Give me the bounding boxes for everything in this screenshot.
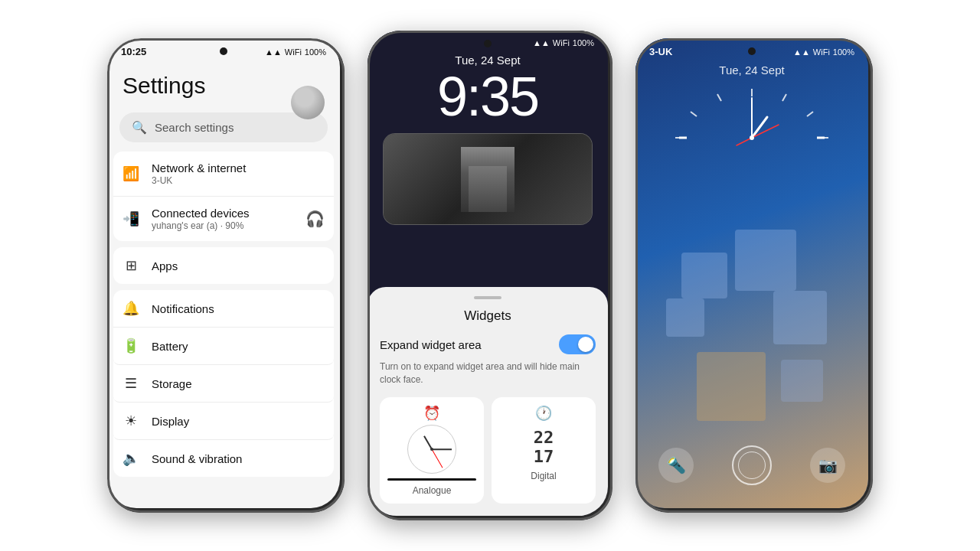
svg-point-13	[750, 135, 754, 140]
settings-item-network[interactable]: 📶 Network & internet 3-UK	[113, 152, 334, 197]
svg-line-2	[807, 112, 813, 116]
signal-icon: ▲▲	[265, 47, 282, 57]
settings-item-notifications[interactable]: 🔔 Notifications	[113, 290, 334, 328]
svg-line-12	[737, 138, 752, 145]
network-title: Network & internet	[152, 161, 325, 174]
svg-line-5	[691, 112, 697, 116]
widgets-sheet: Widgets Expand widget area Turn on to ex…	[368, 287, 608, 516]
lock3-carrier: 3-UK	[649, 46, 672, 57]
digital-clock-icon: 🕐	[499, 405, 588, 422]
lock-date: Tue, 24 Sept	[368, 54, 608, 67]
storage-icon: ☰	[122, 375, 139, 392]
settings-item-sound[interactable]: 🔈 Sound & vibration	[113, 440, 334, 477]
settings-item-connected-devices[interactable]: 📲 Connected devices yuhang's ear (a) · 9…	[113, 197, 334, 241]
earbuds-icon: 🎧	[305, 210, 325, 228]
photo-widget-content	[384, 134, 592, 224]
analogue-clock-preview	[407, 425, 456, 474]
storage-title: Storage	[152, 377, 325, 390]
sheet-title: Widgets	[380, 308, 596, 324]
wifi-icon: 📶	[122, 165, 139, 182]
square-6	[781, 360, 823, 402]
front-camera-3	[748, 47, 756, 55]
misc-group: 🔔 Notifications 🔋 Battery ☰ Storage	[113, 290, 334, 477]
svg-line-1	[782, 94, 786, 101]
phone-lockscreen-clock: 3-UK ▲▲ WiFi 100% Tue, 24 Sept	[635, 38, 873, 513]
settings-item-display[interactable]: ☀ Display	[113, 403, 334, 440]
lock3-battery-text: 100%	[833, 47, 854, 57]
analogue-label: Analogue	[387, 485, 476, 496]
flashlight-button[interactable]: 🔦	[658, 448, 694, 483]
apps-group: ⊞ Apps	[113, 247, 334, 284]
settings-list: 📶 Network & internet 3-UK 📲 Connected de…	[107, 152, 340, 477]
expand-widget-row: Expand widget area	[380, 334, 596, 354]
lock-status-right: ▲▲ WiFi 100%	[533, 38, 594, 47]
svg-line-4	[717, 94, 721, 101]
notifications-title: Notifications	[152, 302, 325, 315]
display-title: Display	[152, 415, 325, 428]
analogue-selected-bar	[387, 478, 476, 481]
settings-item-apps[interactable]: ⊞ Apps	[113, 247, 334, 284]
square-1	[681, 253, 727, 298]
devices-icon: 📲	[122, 210, 139, 227]
battery-settings-icon: 🔋	[122, 337, 139, 354]
clock-svg	[668, 83, 836, 174]
digital-widget-option[interactable]: 🕐 2217 Digital	[492, 397, 596, 504]
lock-time: 9:35	[368, 67, 608, 127]
expand-widget-label: Expand widget area	[380, 338, 482, 351]
battery-icon: 100%	[305, 47, 326, 57]
lock-battery-text: 100%	[573, 38, 594, 47]
front-camera	[220, 47, 227, 55]
digital-clock-preview: 2217	[499, 428, 588, 466]
battery-title: Battery	[152, 340, 325, 353]
sound-title: Sound & vibration	[152, 452, 325, 465]
widget-options: ⏰ Analogue 🕐 2217 Digital	[380, 397, 596, 504]
sheet-description: Turn on to expand widget area and will h…	[380, 360, 596, 386]
analogue-widget-option[interactable]: ⏰ Analogue	[380, 397, 484, 504]
settings-item-storage[interactable]: ☰ Storage	[113, 365, 334, 403]
sheet-handle	[474, 296, 501, 299]
wifi-icon: WiFi	[285, 47, 302, 57]
minute-hand	[432, 448, 452, 450]
home-button[interactable]	[732, 445, 772, 485]
camera-button[interactable]: 📷	[810, 448, 845, 483]
second-hand	[432, 449, 443, 468]
lock-wifi-icon: WiFi	[553, 38, 570, 47]
analogue-clock-icon: ⏰	[387, 405, 476, 422]
devices-subtitle: yuhang's ear (a) · 90%	[152, 220, 293, 231]
photo-widget[interactable]	[383, 133, 593, 225]
display-icon: ☀	[122, 412, 139, 429]
lock3-date: Tue, 24 Sept	[635, 64, 868, 77]
status-time: 10:25	[121, 46, 146, 57]
apps-title: Apps	[152, 259, 325, 272]
phone-settings: 10:25 ▲▲ WiFi 100% Settings 🔍 Search set…	[107, 38, 345, 513]
lock3-bottom-controls: 🔦 📷	[635, 445, 868, 485]
network-subtitle: 3-UK	[152, 175, 325, 186]
bell-icon: 🔔	[122, 300, 139, 317]
settings-screen: 10:25 ▲▲ WiFi 100% Settings 🔍 Search set…	[107, 38, 340, 508]
front-camera-2	[484, 40, 492, 47]
digital-label: Digital	[499, 471, 588, 481]
square-5	[697, 352, 766, 421]
lock3-wifi-icon: WiFi	[813, 47, 830, 57]
lockscreen-clock-screen: 3-UK ▲▲ WiFi 100% Tue, 24 Sept	[635, 38, 868, 508]
square-3	[666, 298, 704, 337]
expand-widget-toggle[interactable]	[559, 334, 596, 354]
search-input[interactable]: Search settings	[155, 121, 234, 134]
apps-icon: ⊞	[122, 257, 139, 274]
lock3-signal-icon: ▲▲	[793, 47, 810, 57]
flashlight-icon: 🔦	[667, 456, 686, 474]
lock3-status-right: ▲▲ WiFi 100%	[793, 47, 854, 57]
building-graphic	[461, 147, 514, 212]
camera-icon: 📷	[818, 456, 838, 474]
phone-lockscreen-widgets: ▲▲ WiFi 100% Tue, 24 Sept 9:35 Widgets E…	[368, 31, 612, 520]
settings-item-battery[interactable]: 🔋 Battery	[113, 328, 334, 365]
square-4	[773, 291, 827, 344]
clock-center-dot	[430, 448, 433, 451]
search-bar[interactable]: 🔍 Search settings	[119, 112, 328, 142]
decorative-squares	[651, 230, 853, 432]
avatar[interactable]	[291, 86, 325, 119]
status-icons: ▲▲ WiFi 100%	[265, 47, 326, 57]
lock-signal-icon: ▲▲	[533, 38, 550, 47]
search-icon: 🔍	[132, 120, 147, 135]
lockscreen-widgets-screen: ▲▲ WiFi 100% Tue, 24 Sept 9:35 Widgets E…	[368, 31, 608, 516]
